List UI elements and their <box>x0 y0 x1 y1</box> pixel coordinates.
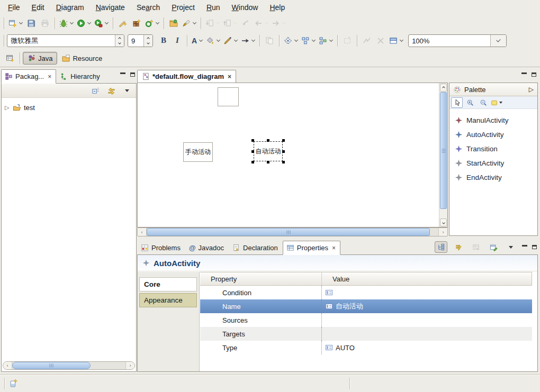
diagram-canvas[interactable]: 手动活动 自动活动 <box>138 83 439 227</box>
scrollbar-thumb[interactable] <box>440 92 447 209</box>
new-package-button[interactable] <box>130 17 143 30</box>
dropdown-chevron-icon[interactable] <box>156 21 159 24</box>
dropdown-chevron-icon[interactable] <box>105 21 109 24</box>
font-size-value[interactable]: 9 <box>128 35 143 47</box>
perspective-resource-button[interactable]: Resource <box>57 52 107 65</box>
font-name-value[interactable]: 微软雅黑 <box>7 35 115 47</box>
layout-button[interactable] <box>318 34 334 47</box>
resize-handle[interactable] <box>282 161 285 163</box>
font-size-spinner[interactable] <box>143 35 152 47</box>
property-row[interactable]: Name 自动活动 <box>200 299 532 313</box>
tab-javadoc[interactable]: @ Javadoc <box>185 241 229 255</box>
zoom-out-tool-button[interactable] <box>478 97 489 108</box>
show-advanced-button[interactable] <box>452 241 465 253</box>
property-row[interactable]: Targets <box>200 327 532 341</box>
category-appearance[interactable]: Appearance <box>139 293 197 307</box>
select-tool-button[interactable] <box>451 97 463 108</box>
maximize-icon[interactable] <box>532 72 536 77</box>
rows-button[interactable] <box>388 34 404 47</box>
line-style-button[interactable] <box>240 34 256 47</box>
maximize-icon[interactable] <box>130 72 135 77</box>
open-perspective-button[interactable] <box>4 52 16 65</box>
property-name-cell[interactable]: Targets <box>200 327 321 341</box>
new-class-button[interactable] <box>144 17 160 30</box>
dropdown-chevron-icon[interactable] <box>251 38 255 41</box>
show-categories-button[interactable] <box>435 241 447 253</box>
property-name-cell[interactable]: Sources <box>200 313 321 327</box>
property-value-cell[interactable]: 自动活动 <box>321 299 532 313</box>
menu-item[interactable]: File <box>2 1 26 14</box>
scroll-left-icon[interactable]: ‹ <box>138 228 147 236</box>
property-value-cell[interactable] <box>321 286 532 299</box>
palette-item[interactable]: StartActivity <box>449 156 537 170</box>
palette-item[interactable]: EndActivity <box>449 170 537 185</box>
tree-expand-icon[interactable]: ▷ <box>5 104 10 111</box>
bold-button[interactable]: B <box>157 34 170 47</box>
dropdown-chevron-icon[interactable] <box>217 38 220 41</box>
zoom-in-tool-button[interactable] <box>464 97 476 108</box>
resize-handle[interactable] <box>267 139 269 142</box>
dropdown-chevron-icon[interactable] <box>87 21 91 24</box>
palette-header[interactable]: Palette ▷ <box>449 83 537 96</box>
scrollbar-track[interactable] <box>440 209 447 218</box>
palette-item[interactable]: ManulActivity <box>449 113 537 127</box>
menu-item[interactable]: Window <box>226 1 264 14</box>
menu-item[interactable]: Help <box>264 1 291 14</box>
menu-item[interactable]: Edit <box>26 1 50 14</box>
view-menu-button[interactable] <box>505 241 517 253</box>
italic-button[interactable]: I <box>171 34 184 47</box>
dropdown-chevron-icon[interactable] <box>294 38 298 41</box>
view-menu-button[interactable] <box>122 86 132 95</box>
menu-item[interactable]: Run <box>201 1 226 14</box>
perspective-java-button[interactable]: Java <box>23 52 57 65</box>
spin-down-icon[interactable] <box>147 41 150 44</box>
new-wizard-button[interactable] <box>7 17 24 30</box>
close-icon[interactable]: × <box>48 73 51 80</box>
resize-handle[interactable] <box>267 161 269 163</box>
resize-handle[interactable] <box>251 150 254 153</box>
font-name-spinner[interactable] <box>115 35 124 47</box>
column-property[interactable]: Property <box>200 272 321 285</box>
menu-item[interactable]: Diagram <box>50 1 90 14</box>
scrollbar-thumb[interactable] <box>147 228 430 236</box>
resize-handle[interactable] <box>251 139 254 142</box>
palette-item[interactable]: Transition <box>449 142 537 156</box>
link-with-editor-button[interactable] <box>106 86 116 95</box>
dropdown-chevron-icon[interactable] <box>234 38 238 41</box>
note-tool-button[interactable] <box>491 97 502 108</box>
dropdown-chevron-icon[interactable] <box>193 21 196 24</box>
spin-up-icon[interactable] <box>118 37 121 40</box>
property-name-cell[interactable]: Name <box>200 299 321 313</box>
font-color-button[interactable]: A <box>191 34 204 47</box>
palette-collapse-icon[interactable]: ▷ <box>529 86 534 93</box>
editor-vscrollbar[interactable] <box>439 83 447 227</box>
tab-problems[interactable]: Problems <box>137 241 185 255</box>
diagram-node[interactable]: 自动活动 <box>254 141 283 161</box>
spin-down-icon[interactable] <box>118 41 121 44</box>
status-item-icon[interactable] <box>10 379 17 388</box>
new-java-project-button[interactable] <box>116 17 129 30</box>
minimize-icon[interactable] <box>120 72 125 77</box>
palette-item[interactable]: AutoActivity <box>449 127 537 142</box>
scrollbar-thumb[interactable] <box>12 362 91 369</box>
property-value-cell[interactable] <box>321 327 532 341</box>
scrollbar-track[interactable] <box>91 362 125 369</box>
menu-item[interactable]: Navigate <box>90 1 131 14</box>
tab-properties[interactable]: Properties × <box>283 241 340 255</box>
dropdown-chevron-icon[interactable] <box>329 38 333 41</box>
dropdown-chevron-icon[interactable] <box>19 21 23 24</box>
search-button[interactable] <box>181 17 197 30</box>
run-button[interactable] <box>76 17 92 30</box>
zoom-value[interactable]: 100% <box>409 35 490 47</box>
property-row[interactable]: Type AUTO <box>200 341 532 354</box>
menu-item[interactable]: Search <box>131 1 166 14</box>
diagram-node[interactable] <box>218 87 239 106</box>
open-type-button[interactable] <box>167 17 180 30</box>
dropdown-chevron-icon[interactable] <box>400 38 403 41</box>
zoom-combo[interactable]: 100% <box>408 34 507 47</box>
maximize-icon[interactable] <box>532 245 537 249</box>
collapse-all-button[interactable] <box>91 86 100 95</box>
dropdown-icon[interactable] <box>499 102 502 104</box>
close-icon[interactable]: × <box>228 73 231 80</box>
save-button[interactable] <box>25 17 38 30</box>
